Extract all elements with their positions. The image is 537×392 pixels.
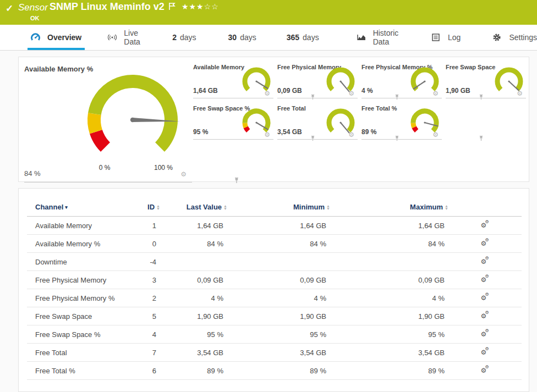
mini-gauge-panel-available-memory[interactable]: Available Memory 1,64 GB ⚙	[193, 62, 273, 103]
gauge-title: Free Total %	[361, 105, 397, 112]
channel-maximum: 84 %	[330, 235, 448, 253]
tab-365-days[interactable]: 365days	[287, 25, 319, 50]
column-header-minimum[interactable]: Minimum▲▼	[227, 189, 330, 217]
channel-last-value: 84 %	[160, 235, 227, 253]
priority-stars[interactable]: ★★★☆☆	[182, 2, 219, 11]
channel-settings-gears-icon[interactable]: ⚙⚙	[481, 257, 490, 266]
channel-settings-gears-icon[interactable]: ⚙⚙	[481, 275, 490, 284]
channel-last-value	[160, 253, 227, 271]
gauge-value: 84 %	[24, 169, 41, 178]
tab-label: Log	[448, 33, 461, 42]
channel-minimum: 95 %	[227, 325, 330, 344]
mini-gauge-panel-free-total[interactable]: Free Total 3,54 GB ⚙	[277, 103, 358, 144]
mini-gauge-panel-free-physical-memory[interactable]: Free Physical Memory % 4 % ⚙	[361, 62, 442, 103]
table-row[interactable]: Free Total % 6 89 % 89 % 89 % ⚙⚙	[27, 362, 522, 380]
gauge-value: 1,90 GB	[446, 87, 470, 95]
table-row[interactable]: Downtime -4 ⚙⚙	[27, 253, 522, 271]
tab-label: days	[180, 33, 196, 42]
panel-underline	[446, 98, 526, 98]
channel-last-value: 0,09 GB	[160, 271, 227, 289]
tab-2-days[interactable]: 2days	[172, 25, 196, 50]
channel-minimum: 1,64 GB	[227, 217, 330, 235]
flag-icon[interactable]	[168, 2, 176, 13]
channel-name[interactable]: Available Memory	[27, 217, 141, 235]
channel-last-value: 4 %	[160, 289, 227, 307]
channel-minimum: 0,09 GB	[227, 271, 330, 289]
tab-settings[interactable]: Settings	[492, 25, 537, 50]
gauges-card: Available Memory % 0 % 100 % 84 % ⚙ Avai…	[18, 57, 529, 182]
channel-id: 6	[141, 362, 160, 380]
channel-settings-gears-icon[interactable]: ⚙⚙	[481, 220, 490, 229]
table-row[interactable]: Free Physical Memory 3 0,09 GB 0,09 GB 0…	[27, 271, 522, 289]
mini-gauge-panel-free-swap-space[interactable]: Free Swap Space 1,90 GB ⚙	[446, 62, 526, 103]
gauge-settings-gear-icon[interactable]: ⚙	[517, 90, 523, 97]
mini-gauge-panel-free-swap-space[interactable]: Free Swap Space % 95 % ⚙	[193, 103, 273, 144]
sort-desc-icon: ▾	[65, 205, 68, 210]
gauge-value: 89 %	[361, 128, 376, 136]
channel-name[interactable]: Free Total %	[27, 362, 141, 380]
channel-id: 7	[141, 344, 160, 362]
mini-gauge-panel-free-physical-memory[interactable]: Free Physical Memory 0,09 GB ⚙	[277, 62, 358, 103]
channel-settings-gears-icon[interactable]: ⚙⚙	[481, 239, 490, 247]
gauge-min-label: 0 %	[88, 164, 121, 172]
channel-settings-gears-icon[interactable]: ⚙⚙	[481, 347, 490, 356]
channel-name[interactable]: Free Total	[27, 344, 141, 362]
table-row[interactable]: Free Swap Space 5 1,90 GB 1,90 GB 1,90 G…	[27, 307, 522, 325]
table-row[interactable]: Free Physical Memory % 2 4 % 4 % 4 % ⚙⚙	[27, 289, 522, 307]
gauge-value: 0,09 GB	[277, 87, 302, 95]
table-row[interactable]: Free Swap Space % 4 95 % 95 % 95 % ⚙⚙	[27, 325, 522, 344]
tab-label: Overview	[47, 33, 81, 42]
channel-id: 4	[141, 325, 160, 344]
channel-name[interactable]: Available Memory %	[27, 235, 141, 253]
log-icon	[431, 33, 441, 42]
channel-id: 1	[141, 217, 160, 235]
table-header-row: Channel▾ ID▲▼ Last Value▲▼ Minimum▲▼ Max…	[27, 189, 522, 217]
gauge-settings-gear-icon[interactable]: ⚙	[348, 90, 354, 97]
channel-settings-gears-icon[interactable]: ⚙⚙	[481, 366, 490, 374]
table-row[interactable]: Available Memory 1 1,64 GB 1,64 GB 1,64 …	[27, 217, 522, 235]
tab-30-days[interactable]: 30days	[228, 25, 256, 50]
table-row[interactable]: Free Total 7 3,54 GB 3,54 GB 3,54 GB ⚙⚙	[27, 344, 522, 362]
channel-maximum: 1,90 GB	[330, 307, 448, 325]
channel-minimum: 89 %	[227, 362, 330, 380]
sensor-header: ✓ Sensor SNMP Linux Meminfo v2 ★★★☆☆ OK	[0, 0, 537, 25]
gauge-settings-gear-icon[interactable]: ⚙	[348, 131, 354, 138]
gauge-settings-gear-icon[interactable]: ⚙	[264, 131, 270, 138]
column-header-channel[interactable]: Channel▾	[27, 189, 141, 217]
tab-overview[interactable]: Overview	[31, 25, 81, 50]
channel-settings-gears-icon[interactable]: ⚙⚙	[481, 329, 490, 338]
channel-name[interactable]: Free Physical Memory	[27, 271, 141, 289]
sort-icon: ▲▼	[223, 205, 227, 210]
column-header-maximum[interactable]: Maximum▲▼	[330, 189, 448, 217]
gauge-value: 1,64 GB	[193, 87, 218, 95]
channel-name[interactable]: Free Swap Space	[27, 307, 141, 325]
area-chart-icon	[357, 33, 366, 42]
channel-name[interactable]: Free Physical Memory %	[27, 289, 141, 307]
channel-settings-gears-icon[interactable]: ⚙⚙	[481, 311, 490, 320]
column-header-id[interactable]: ID▲▼	[141, 189, 160, 217]
channel-settings-gears-icon[interactable]: ⚙⚙	[481, 293, 490, 302]
mini-gauge-panel-free-total[interactable]: Free Total % 89 % ⚙	[361, 103, 442, 144]
channel-minimum: 4 %	[227, 289, 330, 307]
panel-underline	[193, 139, 273, 140]
gauge-panel-available-memory-pct[interactable]: Available Memory % 0 % 100 % 84 % ⚙	[24, 62, 192, 178]
channel-minimum	[227, 253, 330, 271]
channel-minimum: 3,54 GB	[227, 344, 330, 362]
table-row[interactable]: Available Memory % 0 84 % 84 % 84 % ⚙⚙	[27, 235, 522, 253]
channel-table-card: Channel▾ ID▲▼ Last Value▲▼ Minimum▲▼ Max…	[18, 188, 529, 392]
gauge-max-label: 100 %	[147, 164, 180, 172]
gauge-settings-gear-icon[interactable]: ⚙	[264, 90, 270, 97]
gauge-settings-gear-icon[interactable]: ⚙	[432, 90, 439, 97]
status-ok-check-icon: ✓	[6, 3, 13, 14]
sort-icon: ▲▼	[156, 205, 160, 210]
tab-live-data[interactable]: Live Data	[107, 25, 144, 50]
tab-log[interactable]: Log	[431, 25, 461, 50]
channel-name[interactable]: Downtime	[27, 253, 141, 271]
gauge-settings-gear-icon[interactable]: ⚙	[432, 131, 439, 138]
sensor-kind-label: Sensor	[18, 2, 48, 13]
broadcast-icon	[107, 33, 117, 42]
tab-historic-data[interactable]: Historic Data	[357, 25, 401, 50]
column-header-last-value[interactable]: Last Value▲▼	[160, 189, 227, 217]
channel-name[interactable]: Free Swap Space %	[27, 325, 141, 344]
gauge-settings-gear-icon[interactable]: ⚙	[180, 171, 187, 178]
